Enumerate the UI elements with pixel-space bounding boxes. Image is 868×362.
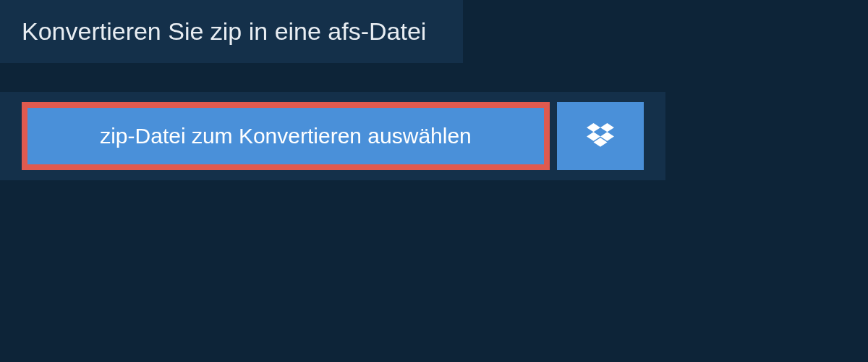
dropbox-button[interactable] xyxy=(557,102,644,170)
page-title: Konvertieren Sie zip in eine afs-Datei xyxy=(22,17,441,46)
select-file-button[interactable]: zip-Datei zum Konvertieren auswählen xyxy=(22,102,550,170)
select-file-label: zip-Datei zum Konvertieren auswählen xyxy=(100,124,472,148)
title-bar: Konvertieren Sie zip in eine afs-Datei xyxy=(0,0,463,63)
action-row: zip-Datei zum Konvertieren auswählen xyxy=(0,92,665,180)
converter-panel: Konvertieren Sie zip in eine afs-Datei z… xyxy=(0,0,868,180)
dropbox-icon xyxy=(587,123,614,149)
